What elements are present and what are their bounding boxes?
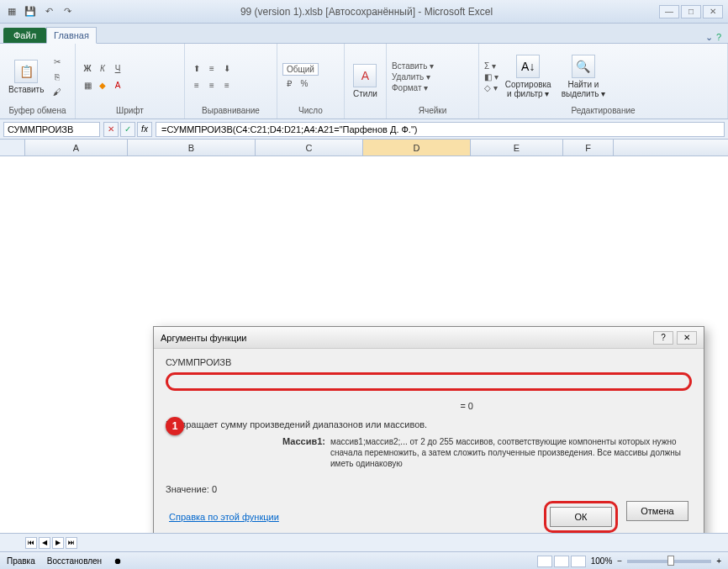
view-pagebreak-icon[interactable] — [571, 556, 586, 567]
window-buttons: — □ ✕ — [659, 5, 723, 18]
sheet-tabs: ⏮ ◀ ▶ ⏭ — [0, 533, 728, 551]
italic-icon[interactable]: К — [96, 61, 109, 75]
fill-color-icon[interactable]: ◆ — [96, 78, 109, 92]
col-header-e[interactable]: E — [471, 140, 563, 155]
align-top-icon[interactable]: ⬆ — [190, 61, 203, 75]
dialog-value: Значение: 0 — [166, 484, 692, 494]
zoom-slider[interactable] — [627, 560, 711, 563]
sort-icon: A↓ — [516, 55, 540, 78]
sheet-nav-prev-icon[interactable]: ◀ — [39, 537, 50, 549]
status-recover: Восстановлен — [47, 556, 102, 566]
arguments-panel: 1 — [166, 372, 692, 391]
dialog-title: Аргументы функции — [161, 333, 653, 343]
redo-icon[interactable]: ↷ — [61, 5, 74, 18]
paste-button[interactable]: 📋 Вставить — [5, 58, 47, 96]
align-right-icon[interactable]: ≡ — [220, 78, 234, 92]
clear-button[interactable]: ◇ ▾ — [484, 83, 499, 92]
insert-cells-button[interactable]: Вставить ▾ — [392, 61, 434, 71]
save-icon[interactable]: 💾 — [24, 5, 37, 18]
font-group-label: Шрифт — [81, 106, 179, 115]
fill-button[interactable]: ◧ ▾ — [484, 72, 499, 82]
bold-icon[interactable]: Ж — [81, 61, 94, 75]
cells-group-label: Ячейки — [392, 106, 473, 115]
formula-input[interactable]: =СУММПРОИЗВ(C4:C21;D4:D21;A4:A21="Парфен… — [156, 122, 725, 137]
sheet-nav-next-icon[interactable]: ▶ — [52, 537, 64, 549]
view-layout-icon[interactable] — [554, 556, 569, 567]
number-format-select[interactable]: Общий — [282, 63, 319, 76]
number-group-label: Число — [282, 106, 339, 115]
cancel-formula-icon[interactable]: ✕ — [103, 122, 119, 137]
border-icon[interactable]: ▦ — [81, 78, 94, 92]
styles-icon: A — [353, 64, 377, 87]
function-arguments-dialog: Аргументы функции ? ✕ СУММПРОИЗВ 1 = 0 В… — [153, 326, 704, 533]
select-all-corner[interactable] — [0, 140, 25, 155]
fx-icon[interactable]: fx — [137, 122, 152, 137]
sort-filter-button[interactable]: A↓ Сортировка и фильтр ▾ — [502, 53, 555, 100]
close-button[interactable]: ✕ — [703, 5, 723, 18]
currency-icon[interactable]: ₽ — [282, 77, 296, 91]
dialog-help-button[interactable]: ? — [653, 331, 673, 345]
title-bar: ▦ 💾 ↶ ↷ 99 (version 1).xlsb [Автосохранё… — [0, 0, 728, 24]
status-mode: Правка — [7, 556, 35, 566]
excel-icon: ▦ — [5, 5, 18, 18]
format-cells-button[interactable]: Формат ▾ — [392, 83, 434, 92]
file-tab[interactable]: Файл — [3, 28, 46, 43]
autosum-button[interactable]: Σ ▾ — [484, 61, 499, 71]
ribbon-tab-0[interactable]: Главная — [46, 27, 97, 44]
zoom-level[interactable]: 100% — [591, 556, 613, 566]
font-color-icon[interactable]: A — [111, 78, 124, 92]
help-icon[interactable]: ? — [716, 32, 721, 43]
col-header-c[interactable]: C — [256, 140, 363, 155]
status-bar: Правка Восстановлен ⏺ 100% − + — [0, 551, 728, 569]
window-title: 99 (version 1).xlsb [Автосохранённый] - … — [74, 6, 659, 18]
dialog-description: Возвращает сумму произведений диапазонов… — [166, 419, 692, 429]
align-bot-icon[interactable]: ⬇ — [220, 61, 234, 75]
dialog-function-name: СУММПРОИЗВ — [166, 357, 692, 367]
arg-desc-text: массив1;массив2;... от 2 до 255 массивов… — [330, 436, 692, 469]
ribbon: 📋 Вставить ✂ ⎘ 🖌 Буфер обмена Ж К Ч ▦ ◆ — [0, 44, 728, 119]
callout-marker-1: 1 — [166, 417, 184, 435]
percent-icon[interactable]: % — [298, 77, 311, 91]
delete-cells-button[interactable]: Удалить ▾ — [392, 72, 434, 82]
align-mid-icon[interactable]: ≡ — [205, 61, 219, 75]
ok-button[interactable]: ОК — [550, 507, 612, 527]
minimize-button[interactable]: — — [659, 5, 679, 18]
quick-access-toolbar: ▦ 💾 ↶ ↷ — [5, 5, 74, 18]
clipboard-group-label: Буфер обмена — [5, 106, 70, 115]
editing-group-label: Редактирование — [484, 106, 722, 115]
align-group-label: Выравнивание — [190, 106, 272, 115]
underline-icon[interactable]: Ч — [111, 61, 124, 75]
align-left-icon[interactable]: ≡ — [190, 78, 203, 92]
minimize-ribbon-icon[interactable]: ⌄ — [705, 32, 713, 43]
dialog-close-button[interactable]: ✕ — [677, 331, 697, 345]
zoom-in-icon[interactable]: + — [716, 556, 721, 566]
maximize-button[interactable]: □ — [681, 5, 701, 18]
col-header-a[interactable]: A — [25, 140, 128, 155]
find-button[interactable]: 🔍 Найти и выделить ▾ — [558, 53, 609, 100]
function-help-link[interactable]: Справка по этой функции — [169, 512, 279, 522]
dialog-result: = 0 — [166, 401, 692, 411]
spreadsheet-grid[interactable]: A B C D E F Аргументы функции ? ✕ СУММПР… — [0, 140, 728, 533]
styles-button[interactable]: A Стили — [350, 62, 381, 100]
cancel-button[interactable]: Отмена — [626, 501, 688, 521]
macro-record-icon[interactable]: ⏺ — [113, 556, 122, 566]
format-painter-icon[interactable]: 🖌 — [50, 85, 64, 98]
copy-icon[interactable]: ⎘ — [50, 70, 64, 83]
col-header-f[interactable]: F — [563, 140, 614, 155]
align-center-icon[interactable]: ≡ — [205, 78, 219, 92]
col-header-b[interactable]: B — [128, 140, 256, 155]
col-header-d[interactable]: D — [363, 140, 471, 155]
sheet-nav-last-icon[interactable]: ⏭ — [66, 537, 77, 549]
column-headers: A B C D E F — [0, 140, 728, 156]
accept-formula-icon[interactable]: ✓ — [120, 122, 135, 137]
zoom-out-icon[interactable]: − — [617, 556, 622, 566]
formula-bar: СУММПРОИЗВ ✕ ✓ fx =СУММПРОИЗВ(C4:C21;D4:… — [0, 119, 728, 140]
cut-icon[interactable]: ✂ — [50, 55, 64, 68]
undo-icon[interactable]: ↶ — [42, 5, 55, 18]
find-icon: 🔍 — [572, 55, 595, 78]
sheet-nav-first-icon[interactable]: ⏮ — [25, 537, 37, 549]
arg-desc-label: Массив1: — [166, 436, 325, 469]
ribbon-tabs: Файл Главная ⌄ ? — [0, 24, 728, 44]
view-normal-icon[interactable] — [537, 556, 552, 567]
name-box[interactable]: СУММПРОИЗВ — [3, 122, 100, 137]
